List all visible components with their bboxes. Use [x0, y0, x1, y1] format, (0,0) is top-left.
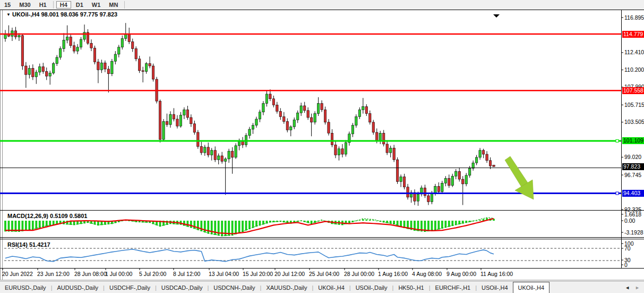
symbol-tab-usdchfdaily[interactable]: USDCHF-,Daily: [105, 282, 155, 293]
date-tick-label: 11 Aug 16:00: [480, 271, 513, 277]
price-line-badge: 114.779: [622, 31, 644, 38]
candles: [4, 23, 495, 206]
macd-scale-label: 0.00: [624, 217, 635, 224]
price-tick-label: 99.020: [624, 154, 641, 160]
date-tick-label: 1 Aug 16:00: [378, 271, 408, 277]
symbol-tab-audusddaily[interactable]: AUDUSD-,Daily: [52, 282, 103, 293]
price-tick-label: 110.200: [624, 66, 644, 73]
rsi-line: [5, 249, 494, 262]
date-tick-label: 25 Jul 04:00: [309, 271, 339, 277]
price-line-badge: 101.109: [622, 137, 644, 144]
price-line-badge: 94.403: [622, 190, 644, 197]
macd-indicator-label: MACD(12,26,9) 0.5109 0.5801: [7, 213, 87, 219]
symbol-tab-usoilh4[interactable]: USOil-,H4: [477, 282, 513, 293]
symbol-tab-ukoilh4[interactable]: UKOil-,H4: [313, 282, 349, 293]
macd-scale-label: -3.1928: [624, 229, 643, 236]
date-tick-label: 8 Jul 12:00: [173, 271, 200, 277]
date-tick-label: 20 Jun 2022: [2, 271, 33, 277]
symbol-tab-usdcaddaily[interactable]: USDCAD-,Daily: [157, 282, 208, 293]
symbol-tab-eurchfh1[interactable]: EURCHF-,H1: [431, 282, 476, 293]
date-tick-label: 13 Jul 04:00: [209, 271, 239, 277]
symbol-tab-usoildaily[interactable]: USOil-,Daily: [351, 282, 392, 293]
date-tick-label: 15 Jul 20:00: [243, 271, 273, 277]
symbol-tab-xauusddaily[interactable]: XAUUSD-,Daily: [261, 282, 312, 293]
symbol-dropdown-icon[interactable]: ▼: [6, 12, 11, 17]
chart-canvas[interactable]: [0, 0, 644, 293]
symbol-tab-bar: EURUSD-,Daily|AUDUSD-,Daily|USDCHF-,Dail…: [0, 281, 644, 293]
price-tick-label: 112.410: [624, 49, 644, 55]
price-line-badge: 107.558: [622, 87, 644, 94]
chart-ohlc-readout: 98.001 98.036 97.775 97.823: [41, 11, 117, 18]
chart-symbol-label: UKOil-,H4: [12, 11, 39, 18]
date-tick-label: 5 Jul 20:00: [139, 271, 166, 277]
price-tick-label: 116.895: [624, 14, 644, 21]
date-tick-label: 9 Aug 00:00: [446, 271, 476, 277]
date-tick-label: 20 Jul 12:00: [274, 271, 305, 277]
rsi-indicator-label: RSI(14) 51.4217: [7, 241, 50, 248]
date-tick-label: 28 Jul 00:00: [344, 271, 374, 277]
symbol-tab-ukoilh4[interactable]: UKOil-,H4: [513, 282, 550, 293]
price-tick-label: 96.745: [624, 172, 641, 178]
price-line-badge: 97.823: [622, 163, 644, 170]
date-tick-label: 23 Jun 12:00: [37, 271, 70, 277]
date-tick-label: 1 Jul 00:00: [105, 271, 132, 277]
rsi-scale-label: 0: [624, 262, 628, 268]
mt4-chart-window: 15M30H1H4D1W1MN ▼ UKOil-,H4 98.001 98.03…: [0, 0, 644, 293]
price-tick-label: 105.715: [624, 102, 644, 108]
macd-scale-label: 1.6618: [624, 211, 641, 217]
date-tick-label: 4 Aug 08:00: [412, 271, 442, 277]
rsi-scale-label: 70: [624, 245, 631, 252]
date-tick-label: 28 Jun 08:00: [74, 271, 107, 277]
symbol-tab-eurusddaily[interactable]: EURUSD-,Daily: [0, 282, 51, 293]
chart-shift-marker-icon[interactable]: [493, 14, 500, 18]
price-tick-label: 103.505: [624, 119, 644, 125]
symbol-tab-usdcnhdaily[interactable]: USDCNH-,Daily: [209, 282, 260, 293]
tab-scroll-right-icon[interactable]: ►: [635, 285, 640, 290]
tab-scroll-left-icon[interactable]: ◄: [625, 285, 630, 290]
chart-title: ▼ UKOil-,H4 98.001 98.036 97.775 97.823: [6, 11, 117, 18]
symbol-tab-hk50h1[interactable]: HK50-,H1: [393, 282, 428, 293]
